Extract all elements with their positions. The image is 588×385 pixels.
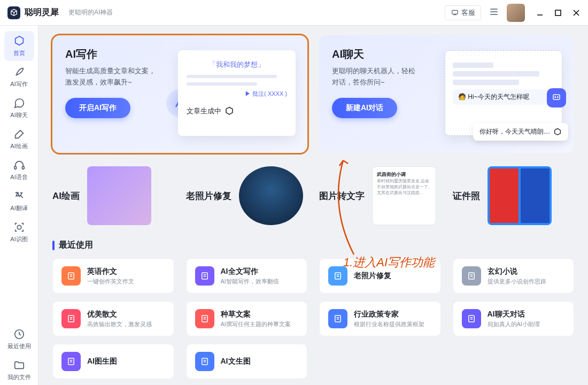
sidebar-item-label: AI绘画 [10,142,27,150]
translate-icon [13,190,25,202]
svg-rect-1 [555,10,561,16]
tile-title: 老照片修复 [186,190,231,202]
chat-preview: 🧑 Hi~今天的天气怎样呢 你好呀，今天天气晴朗… [445,50,562,136]
start-ai-write-button[interactable]: 开启AI写作 [65,98,130,118]
recent-card[interactable]: AI图生图 [52,344,174,379]
headphone-icon [13,159,25,171]
app-logo-icon [7,6,20,19]
recent-section-header: 最近使用 [52,240,574,251]
hex-icon [225,106,234,116]
recent-sub: 高效输出散文，激发灵感 [87,320,165,328]
svg-point-5 [558,97,559,98]
chat-bubble-ai: 你好呀，今天天气晴朗… [473,123,568,141]
tile-ocr[interactable]: 图片转文字 武昌街的小调 有时候到重庆随意走走,总会不自觉地跑武昌街去走一了,尤… [319,164,441,228]
sidebar: 首页 AI写作 AI聊天 AI绘画 AI语音 AI翻译 AI识图 最 [0,26,38,385]
recent-card[interactable]: AI聊天对话宛如真人的AI小助理 [453,301,575,336]
recent-sub: 宛如真人的AI小助理 [488,320,566,328]
sidebar-item-label: 最近使用 [7,342,31,350]
sidebar-item-label: AI语音 [10,173,27,181]
sidebar-item-translate[interactable]: AI翻译 [4,186,34,216]
recent-title: 英语作文 [87,267,165,276]
minimize-button[interactable] [536,9,544,17]
support-button[interactable]: 客服 [445,5,481,20]
recent-card[interactable]: 英语作文一键创作英文作文 [52,258,174,294]
tile-title: AI绘画 [52,190,80,202]
recent-card[interactable]: 种草文案AI撰写任何主题的种草文案 [186,301,308,336]
recent-title: 优美散文 [87,310,165,319]
main-content: AI写作 智能生成高质量文章和文案，激发灵感，效率飙升~ 开启AI写作 AI 「… [38,26,588,385]
new-ai-chat-button[interactable]: 新建AI对话 [332,98,397,118]
hero-chat-desc: 更聪明的聊天机器人，轻松对话，答你所问~ [332,66,439,88]
hex-icon [553,128,562,136]
recent-icon [328,309,347,328]
svg-rect-3 [553,95,560,99]
recent-title: AI文生图 [221,357,299,366]
recent-sub: AI撰写任何主题的种草文案 [221,320,299,328]
clock-icon [13,328,25,340]
brush-icon [13,128,25,140]
recent-title: AI全文写作 [221,267,299,276]
recent-title: 种草文案 [221,310,299,319]
sidebar-item-label: AI识图 [10,235,27,243]
sidebar-item-write[interactable]: AI写作 [4,62,34,92]
recent-icon [462,309,481,328]
chat-bubble-user: 🧑 Hi~今天的天气怎样呢 [453,89,554,105]
recent-card[interactable]: 优美散文高效输出散文，激发灵感 [52,301,174,336]
tile-title: 图片转文字 [319,190,365,202]
sidebar-item-label: 我的文件 [7,373,31,381]
tile-ai-paint[interactable]: AI绘画 [52,164,174,228]
home-icon [13,35,25,47]
sidebar-item-home[interactable]: 首页 [4,31,34,61]
recent-icon [61,309,81,328]
tile-title: 证件照 [453,190,480,202]
sidebar-item-paint[interactable]: AI绘画 [4,124,34,154]
scan-icon [13,221,25,233]
recent-card[interactable]: 玄幻小说提供更多小说创作思路 [453,258,575,294]
tile-image: 武昌街的小调 有时候到重庆随意走走,总会不自觉地跑武昌街去走一了,尤其在武昌街与… [372,166,436,225]
menu-icon[interactable] [489,6,499,19]
tile-id-photo[interactable]: 证件照 [453,164,575,228]
hero-card-chat[interactable]: AI聊天 更聪明的聊天机器人，轻松对话，答你所问~ 新建AI对话 🧑 Hi~今天… [319,35,574,153]
recent-sub: AI智能写作，效率翻倍 [221,278,299,286]
user-avatar[interactable] [507,4,525,22]
sidebar-item-ocr[interactable]: AI识图 [4,217,34,247]
recent-title: 玄幻小说 [488,267,566,276]
mock-title: 「我和我的梦想」 [187,60,287,70]
titlebar: 聪明灵犀 更聪明的AI神器 客服 [0,0,588,26]
close-button[interactable] [572,9,581,17]
svg-rect-0 [452,10,458,14]
recent-grid: 英语作文一键创作英文作文 AI全文写作AI智能写作，效率翻倍 老照片修复 玄幻小… [52,258,574,379]
recent-title: AI图生图 [87,357,165,366]
chat-fab-icon [547,88,566,107]
write-preview: 「我和我的梦想」 ▶ 批注( XXXX ) 文章生成中 [178,50,296,136]
recent-card[interactable]: AI全文写作AI智能写作，效率翻倍 [186,258,308,294]
hero-write-desc: 智能生成高质量文章和文案，激发灵感，效率飙升~ [65,66,172,88]
chat-icon [451,9,459,17]
tile-photo-restore[interactable]: 老照片修复 [186,164,308,228]
mock-status: 文章生成中 [187,106,287,116]
recent-card[interactable]: 行业政策专家根据行业名称提供政策框架 [319,301,441,336]
recent-card[interactable]: AI文生图 [186,344,308,379]
sidebar-item-chat[interactable]: AI聊天 [4,93,34,123]
recent-sub: 提供更多小说创作思路 [488,278,566,286]
mock-note: ▶ 批注( XXXX ) [187,90,287,98]
sidebar-item-label: AI写作 [10,80,27,88]
recent-title: AI聊天对话 [488,310,566,319]
recent-sub: 一键创作英文作文 [87,278,165,286]
sidebar-item-recent[interactable]: 最近使用 [4,324,34,354]
hero-card-write[interactable]: AI写作 智能生成高质量文章和文案，激发灵感，效率飙升~ 开启AI写作 AI 「… [52,35,307,153]
sidebar-item-voice[interactable]: AI语音 [4,155,34,185]
app-subtitle: 更聪明的AI神器 [68,8,113,17]
tile-image [488,166,552,225]
sidebar-item-files[interactable]: 我的文件 [4,355,34,385]
recent-title: 行业政策专家 [354,310,432,319]
recent-icon [61,352,81,371]
sidebar-item-label: AI翻译 [10,204,27,212]
recent-title: 老照片修复 [354,271,432,281]
sidebar-item-label: 首页 [13,49,25,57]
maximize-button[interactable] [554,9,562,17]
app-name: 聪明灵犀 [25,7,59,18]
recent-card[interactable]: 老照片修复 [319,258,441,294]
svg-point-4 [555,97,556,98]
feather-icon [13,66,25,78]
